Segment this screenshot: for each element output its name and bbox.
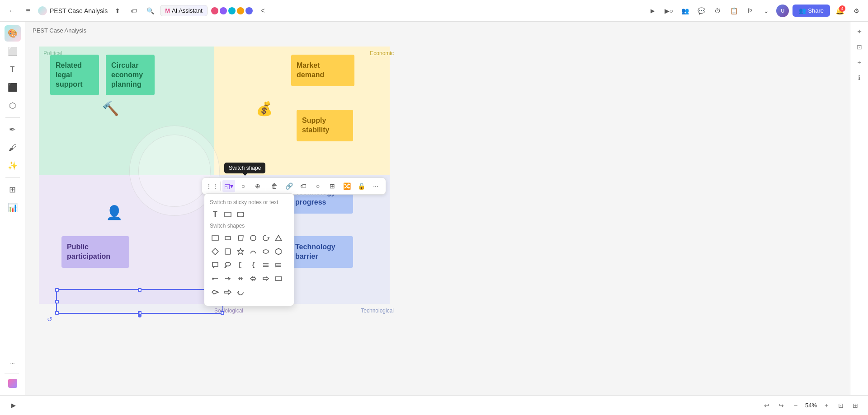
collaborate-button[interactable]: 👥 [679,5,691,17]
help-button[interactable]: ⚙ [850,5,863,17]
text-option-t[interactable]: T [210,209,221,220]
ctx-tag-button[interactable]: 🏷 [297,180,310,192]
shape-thought-bubble[interactable] [222,260,233,270]
shape-triangle[interactable] [273,233,284,243]
shape-star[interactable] [235,246,246,257]
forward-button[interactable]: ▶ [646,5,659,17]
shape-rect[interactable] [210,233,221,243]
bottom-bar: ▶ ↩ ↪ − 54% + ⊡ ⊞ [0,395,868,415]
timer-button[interactable]: ⏱ [711,5,724,17]
sidebar-item-table[interactable]: ⊞ [5,182,21,198]
shape-circle[interactable] [248,233,259,243]
board-button[interactable]: 📋 [727,5,740,17]
selected-element[interactable]: ↺ [56,289,223,314]
expand-handle[interactable] [138,314,142,317]
canvas-area[interactable]: PEST Case Analysis Political Economic So… [25,22,850,395]
eraser-icon: 🖌 [9,143,17,153]
right-magic-icon[interactable]: ✦ [853,25,866,38]
sticky-market-demand[interactable]: Market demand [291,55,354,86]
shape-lines[interactable] [260,260,271,270]
sidebar-item-eraser[interactable]: 🖌 [5,140,21,156]
vote-button[interactable]: 🏳 [744,5,756,17]
fit-button[interactable]: ⊡ [835,400,846,411]
shape-loop[interactable] [260,233,271,243]
sidebar-item-magic[interactable]: ✨ [5,158,21,174]
sidebar-item-shapes[interactable]: ⬡ [5,98,21,114]
shape-fat-arrow[interactable] [260,273,271,284]
ctx-shape-button[interactable]: ◱▾ [222,180,235,192]
shape-hexagon[interactable] [273,246,284,257]
sticky-technology-barrier[interactable]: Technology barrier [290,236,353,268]
chat-button[interactable]: 💬 [695,5,708,17]
rotate-handle[interactable]: ↺ [47,316,54,323]
shape-curved-arrow[interactable] [235,287,246,298]
shape-wedge[interactable] [210,287,221,298]
shape-ellipse[interactable] [260,246,271,257]
handle-tm[interactable] [138,288,142,292]
shape-arrow-right-2[interactable] [222,287,233,298]
share-button[interactable]: 👥 Share [793,5,830,17]
ctx-table-button[interactable]: ⊞ [326,180,339,192]
more-button[interactable]: ⌄ [760,5,773,17]
undo-button[interactable]: ↩ [761,400,772,411]
sidebar-item-pen[interactable]: ✒ [5,121,21,138]
right-info-icon[interactable]: ℹ [853,71,866,84]
sticky-supply-stability[interactable]: Supply stability [297,110,353,141]
sidebar-item-chart[interactable]: 📊 [5,200,21,216]
ctx-more-button[interactable]: ··· [369,180,382,192]
shape-parallelogram[interactable] [235,233,246,243]
sticky-public-participation[interactable]: Public participation [61,236,129,268]
shape-speech-bubble[interactable] [210,260,221,270]
shape-list-item[interactable] [210,273,221,284]
tag-button[interactable]: 🏷 [127,5,140,17]
sidebar-item-more[interactable]: ··· [5,355,21,371]
handle-br[interactable] [221,311,224,315]
ctx-lock-button[interactable]: 🔒 [355,180,368,192]
search-button[interactable]: 🔍 [144,5,156,17]
back-button[interactable]: ← [5,5,18,17]
ctx-shuffle-button[interactable]: 🔀 [340,180,353,192]
handle-lm[interactable] [55,300,59,303]
right-add-icon[interactable]: + [853,56,866,69]
zoom-in-button[interactable]: + [821,400,832,411]
ctx-comment-button[interactable]: ○ [311,180,324,192]
redo-button[interactable]: ↪ [776,400,787,411]
sticky-circular-economy[interactable]: Circular economy planning [106,55,155,95]
handle-tl[interactable] [55,288,59,292]
sticky-related-legal[interactable]: Related legal support [50,55,99,95]
ctx-plus-button[interactable]: ⊕ [251,180,264,192]
shape-rect-wide[interactable] [222,233,233,243]
sidebar-item-text[interactable]: T [5,61,21,78]
sidebar-item-sticky[interactable]: ⬛ [5,79,21,96]
slideshow-button[interactable]: ▶ [7,399,20,412]
shape-rect-tag[interactable] [273,273,284,284]
shape-diamond[interactable] [210,246,221,257]
ai-assistant-button[interactable]: M AI Assistant [160,5,208,16]
right-frame-icon[interactable]: ⊡ [853,41,866,53]
sidebar-item-color[interactable] [5,375,21,392]
handle-bl[interactable] [55,311,59,315]
shape-arrow-left-right[interactable] [235,273,246,284]
shape-arc[interactable] [248,246,259,257]
ctx-drag-button[interactable]: ⋮⋮ [206,180,218,192]
collapse-toolbar-button[interactable]: < [256,5,269,17]
notification-button[interactable]: 🔔 4 [834,5,846,17]
export-button[interactable]: ⬆ [111,5,124,17]
shape-brace-left[interactable] [248,260,259,270]
shape-rect2[interactable] [222,246,233,257]
play-button[interactable]: ▶○ [662,5,675,17]
ctx-circle-button[interactable]: ○ [237,180,250,192]
sidebar-item-frame[interactable]: ⬜ [5,43,21,60]
shape-arrow-right[interactable] [222,273,233,284]
sidebar-item-home[interactable]: 🎨 [5,25,21,42]
shape-list[interactable] [273,260,284,270]
shape-double-arrow[interactable] [248,273,259,284]
shape-bracket-left[interactable] [235,260,246,270]
zoom-out-button[interactable]: − [790,400,801,411]
ctx-link-button[interactable]: 🔗 [283,180,295,192]
grid-button[interactable]: ⊞ [850,400,861,411]
menu-button[interactable]: ≡ [22,5,34,17]
ctx-delete-button[interactable]: 🗑 [268,180,281,192]
text-option-rounded[interactable] [235,209,246,220]
text-option-rect[interactable] [222,209,233,220]
